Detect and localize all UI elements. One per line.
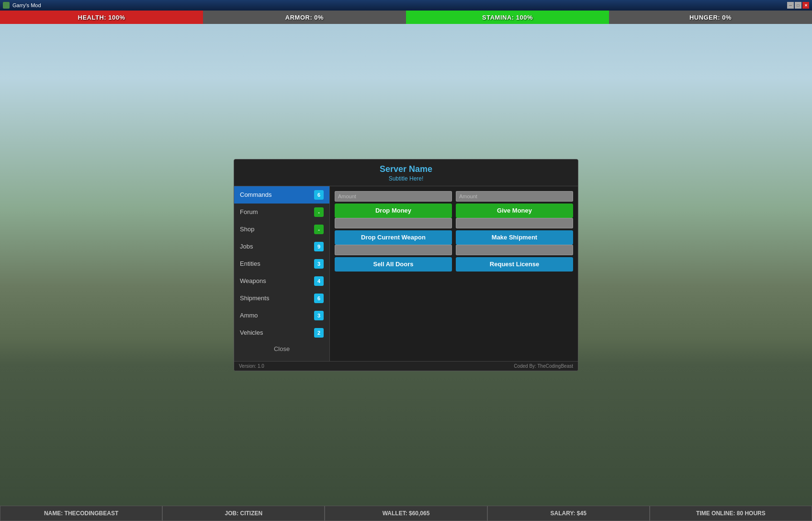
command-button-left-2[interactable]: Sell All Doors xyxy=(335,257,452,272)
sidebar-item-commands[interactable]: Commands6 xyxy=(234,186,329,204)
armor-bar: ARMOR: 0% xyxy=(203,11,406,24)
player-salary: SALARY: $45 xyxy=(487,506,650,521)
sidebar-badge: 2 xyxy=(314,328,324,338)
health-bar: HEALTH: 100% xyxy=(0,11,203,24)
close-button[interactable]: Close xyxy=(234,341,329,356)
sidebar-item-label: Jobs xyxy=(240,243,253,250)
command-button-right-2[interactable]: Request License xyxy=(456,257,573,272)
maximize-button[interactable]: □ xyxy=(795,2,801,9)
modal-overlay: Server Name Subtitle Here! Commands6Foru… xyxy=(0,24,812,506)
player-wallet: WALLET: $60,065 xyxy=(325,506,487,521)
sidebar-item-forum[interactable]: Forum- xyxy=(234,204,329,221)
stamina-bar: STAMINA: 100% xyxy=(406,11,609,24)
title-bar: Garry's Mod ─ □ ✕ xyxy=(0,0,812,11)
sidebar-item-label: Vehicles xyxy=(240,329,263,336)
sidebar-item-entities[interactable]: Entities3 xyxy=(234,255,329,272)
sidebar-badge: - xyxy=(314,225,324,234)
command-col-left: Sell All Doors xyxy=(335,245,452,272)
command-row-0: Drop MoneyGive Money xyxy=(335,191,573,218)
command-col-right: Make Shipment xyxy=(456,218,573,245)
sidebar-item-weapons[interactable]: Weapons4 xyxy=(234,272,329,290)
sidebar-item-label: Entities xyxy=(240,260,260,267)
command-col-right: Give Money xyxy=(456,191,573,218)
command-input-left-1[interactable] xyxy=(335,218,452,228)
minimize-button[interactable]: ─ xyxy=(787,2,794,9)
command-button-right-0[interactable]: Give Money xyxy=(456,204,573,218)
sidebar-badge: - xyxy=(314,207,324,217)
dialog-body: Commands6Forum-Shop-Jobs9Entities3Weapon… xyxy=(234,186,578,361)
dialog-header: Server Name Subtitle Here! xyxy=(234,159,578,186)
command-col-left: Drop Money xyxy=(335,191,452,218)
command-button-left-0[interactable]: Drop Money xyxy=(335,204,452,218)
command-row-1: Drop Current WeaponMake Shipment xyxy=(335,218,573,245)
hud-bars: HEALTH: 100% ARMOR: 0% STAMINA: 100% HUN… xyxy=(0,11,812,24)
dialog-subtitle: Subtitle Here! xyxy=(234,175,578,182)
command-row-2: Sell All DoorsRequest License xyxy=(335,245,573,272)
version-label: Version: 1.0 xyxy=(239,363,264,369)
sidebar-badge: 3 xyxy=(314,259,324,269)
command-col-right: Request License xyxy=(456,245,573,272)
player-job: JOB: CITIZEN xyxy=(162,506,325,521)
sidebar-badge: 6 xyxy=(314,190,324,200)
command-input-left-2[interactable] xyxy=(335,245,452,255)
command-button-left-1[interactable]: Drop Current Weapon xyxy=(335,230,452,245)
app-icon xyxy=(3,2,10,9)
sidebar-badge: 9 xyxy=(314,242,324,251)
sidebar-item-shipments[interactable]: Shipments6 xyxy=(234,290,329,307)
sidebar-item-label: Shipments xyxy=(240,294,269,302)
sidebar-item-label: Commands xyxy=(240,191,271,198)
player-name: NAME: THECODINGBEAST xyxy=(0,506,162,521)
sidebar-item-jobs[interactable]: Jobs9 xyxy=(234,238,329,255)
sidebar-item-shop[interactable]: Shop- xyxy=(234,221,329,238)
close-window-button[interactable]: ✕ xyxy=(802,2,809,9)
sidebar: Commands6Forum-Shop-Jobs9Entities3Weapon… xyxy=(234,186,330,361)
command-button-right-1[interactable]: Make Shipment xyxy=(456,230,573,245)
coded-by-label: Coded By: TheCodingBeast xyxy=(514,363,573,369)
sidebar-badge: 4 xyxy=(314,276,324,286)
sidebar-item-label: Weapons xyxy=(240,277,266,284)
command-input-right-2[interactable] xyxy=(456,245,573,255)
command-input-right-0[interactable] xyxy=(456,191,573,202)
title-bar-buttons: ─ □ ✕ xyxy=(787,2,809,9)
sidebar-badge: 3 xyxy=(314,311,324,320)
sidebar-item-label: Shop xyxy=(240,226,254,233)
hunger-bar: HUNGER: 0% xyxy=(609,11,812,24)
main-dialog: Server Name Subtitle Here! Commands6Foru… xyxy=(234,159,578,371)
window-title: Garry's Mod xyxy=(12,2,41,8)
sidebar-item-label: Forum xyxy=(240,208,258,215)
sidebar-badge: 6 xyxy=(314,294,324,303)
title-bar-title: Garry's Mod xyxy=(3,2,41,9)
command-col-left: Drop Current Weapon xyxy=(335,218,452,245)
player-time-online: TIME ONLINE: 80 HOURS xyxy=(650,506,812,521)
command-input-left-0[interactable] xyxy=(335,191,452,202)
bottom-bar: NAME: THECODINGBEAST JOB: CITIZEN WALLET… xyxy=(0,506,812,521)
command-input-right-1[interactable] xyxy=(456,218,573,228)
dialog-title: Server Name xyxy=(234,164,578,174)
dialog-footer: Version: 1.0 Coded By: TheCodingBeast xyxy=(234,361,578,371)
sidebar-item-ammo[interactable]: Ammo3 xyxy=(234,307,329,324)
sidebar-item-label: Ammo xyxy=(240,312,258,319)
content-area: Drop MoneyGive MoneyDrop Current WeaponM… xyxy=(330,186,578,361)
sidebar-item-vehicles[interactable]: Vehicles2 xyxy=(234,324,329,341)
